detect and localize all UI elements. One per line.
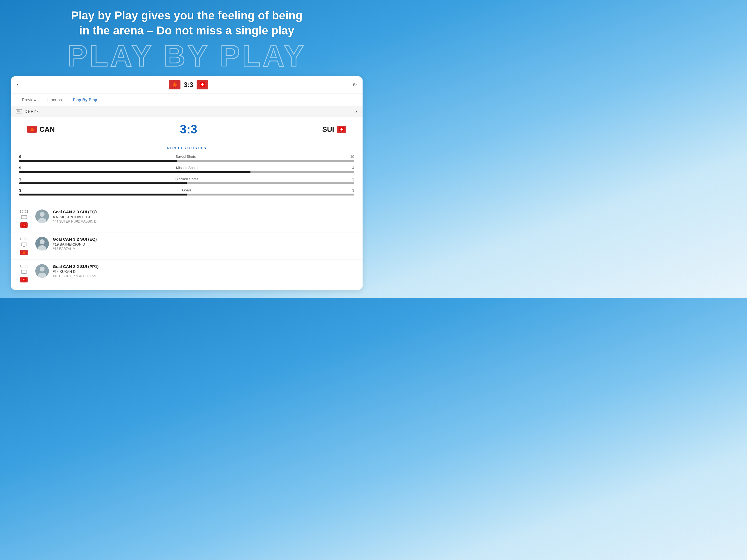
event-item: 15:33 🇨🇭 Goal CAN 2:2 SUI (PP1) <box>11 260 363 287</box>
watermark: PLAY BY PLAY <box>0 41 374 74</box>
swiss-flag-event: 🇨🇭 <box>20 222 28 228</box>
player-avatar <box>35 264 49 278</box>
hero-section: Play by Play gives you the feeling of be… <box>0 0 374 74</box>
stat-val-right: 3 <box>352 188 354 193</box>
tab-preview[interactable]: Preview <box>17 94 42 106</box>
event-assist: #13 BARZAL M <box>53 247 357 251</box>
stat-label: Missed Shots <box>176 166 198 170</box>
stat-label: Saved Shots <box>176 154 196 159</box>
event-item: 19:03 🍁 Goal CAN 3:2 SUI (EQ) <box>11 232 363 260</box>
stat-row: 9 Saved Shots 10 <box>19 154 354 162</box>
svg-point-2 <box>18 110 20 112</box>
stats-rows: 9 Saved Shots 10 9 Missed Shots 4 3 Bloc… <box>19 154 354 196</box>
stat-row: 9 Missed Shots 4 <box>19 166 354 173</box>
stat-bar <box>19 171 354 173</box>
event-icons <box>21 243 27 247</box>
event-time-col: 15:33 🇨🇭 <box>17 264 31 282</box>
stat-val-right: 4 <box>352 166 354 170</box>
canada-flag-score: 🍁 <box>27 126 36 133</box>
event-title: Goal CAN 3:2 SUI (EQ) <box>53 237 357 241</box>
player-avatar <box>35 237 49 251</box>
header-score: 3:3 <box>184 81 193 88</box>
swiss-flag-icon: 🇨🇭 <box>199 81 206 88</box>
canada-flag-box: 🍁 <box>169 80 180 90</box>
svg-rect-13 <box>21 270 27 274</box>
svg-rect-14 <box>23 274 25 274</box>
bar-left <box>19 194 187 196</box>
svg-point-16 <box>40 266 45 272</box>
stats-section: PERIOD STATISTICS 9 Saved Shots 10 9 Mis… <box>11 142 363 202</box>
tab-play-by-play[interactable]: Play By Play <box>67 94 103 106</box>
bar-right <box>187 182 354 184</box>
event-content: Goal CAN 3:3 SUI (EQ) #97 SIEGENTHALER J… <box>53 209 357 223</box>
swiss-flag-box: 🇨🇭 <box>197 80 208 90</box>
event-content: Goal CAN 2:2 SUI (PP1) #14 KUKAN D #13 H… <box>53 264 357 278</box>
stat-bar <box>19 194 354 196</box>
tv-icon <box>21 215 27 220</box>
event-time-col: 19:51 🇨🇭 <box>17 209 31 228</box>
card-header: ‹ 🍁 3:3 🇨🇭 ↻ <box>11 76 363 94</box>
stat-val-right: 3 <box>352 177 354 181</box>
stat-bar <box>19 160 354 162</box>
swiss-flag-score: 🇨🇭 <box>337 126 346 133</box>
event-icons <box>21 215 27 220</box>
stat-label: Goals <box>182 188 191 193</box>
event-time-col: 19:03 🍁 <box>17 237 31 255</box>
stats-title: PERIOD STATISTICS <box>19 146 354 150</box>
team-switzerland: SUI 🇨🇭 <box>323 125 346 134</box>
score-area: 🍁 CAN 3:3 SUI 🇨🇭 <box>11 117 363 142</box>
events-list: 19:51 🇨🇭 Goal CAN 3:3 SUI (EQ) <box>11 202 363 290</box>
svg-rect-8 <box>21 243 27 246</box>
tab-lineups[interactable]: Lineups <box>42 94 67 106</box>
main-card: ‹ 🍁 3:3 🇨🇭 ↻ Preview Lineups Play By Pla… <box>11 76 363 290</box>
refresh-button[interactable]: ↻ <box>353 81 357 88</box>
stat-row: 3 Blocked Shots 3 <box>19 177 354 184</box>
svg-rect-3 <box>21 215 27 219</box>
event-title: Goal CAN 3:3 SUI (EQ) <box>53 209 357 214</box>
back-button[interactable]: ‹ <box>17 82 25 88</box>
event-content: Goal CAN 3:2 SUI (EQ) #19 BATHERSON D #1… <box>53 237 357 251</box>
tv-icon <box>21 270 27 274</box>
chevron-down-icon[interactable]: ▾ <box>356 109 358 113</box>
event-player: #19 BATHERSON D <box>53 242 357 246</box>
stat-label: Blocked Shots <box>175 177 198 181</box>
tv-icon <box>21 243 27 247</box>
event-time: 19:03 <box>19 237 28 241</box>
canada-flag-event: 🍁 <box>20 250 28 255</box>
event-assist: #13 HISCHIER N #71 CORVI E <box>53 274 357 278</box>
bar-left <box>19 160 177 162</box>
main-score: 3:3 <box>180 123 198 136</box>
filter-icon <box>16 109 22 113</box>
event-flag-bottom: 🍁 <box>20 250 28 255</box>
tabs-bar: Preview Lineups Play By Play <box>11 94 363 106</box>
bar-left <box>19 171 251 173</box>
event-assist: #44 SUTER P #62 MALGIN D <box>53 220 357 223</box>
event-item: 19:51 🇨🇭 Goal CAN 3:3 SUI (EQ) <box>11 205 363 232</box>
stat-val-left: 3 <box>19 188 21 193</box>
stat-val-left: 9 <box>19 166 21 170</box>
stat-row: 3 Goals 3 <box>19 188 354 196</box>
bar-right <box>187 194 354 196</box>
event-flag-bottom: 🇨🇭 <box>20 277 28 282</box>
team-sui-label: SUI <box>323 125 334 134</box>
event-title: Goal CAN 2:2 SUI (PP1) <box>53 264 357 269</box>
stat-val-left: 3 <box>19 177 21 181</box>
team-canada-label: CAN <box>40 125 55 134</box>
stat-bar <box>19 182 354 184</box>
bar-left <box>19 182 187 184</box>
canada-flag-icon: 🍁 <box>171 81 178 88</box>
svg-point-6 <box>40 212 45 217</box>
event-time: 15:33 <box>19 264 28 268</box>
event-flag-bottom: 🇨🇭 <box>20 222 28 228</box>
svg-rect-4 <box>23 219 25 219</box>
filter-bar: Ice Rink ▾ <box>11 106 363 117</box>
team-canada: 🍁 CAN <box>27 125 55 134</box>
event-time: 19:51 <box>19 209 28 213</box>
hero-title: Play by Play gives you the feeling of be… <box>5 8 368 38</box>
hero-text: Play by Play gives you the feeling of be… <box>0 0 374 41</box>
event-player: #14 KUKAN D <box>53 270 357 274</box>
filter-label[interactable]: Ice Rink <box>25 109 38 113</box>
filter-left: Ice Rink <box>16 109 38 113</box>
bar-right <box>251 171 354 173</box>
event-icons <box>21 270 27 274</box>
